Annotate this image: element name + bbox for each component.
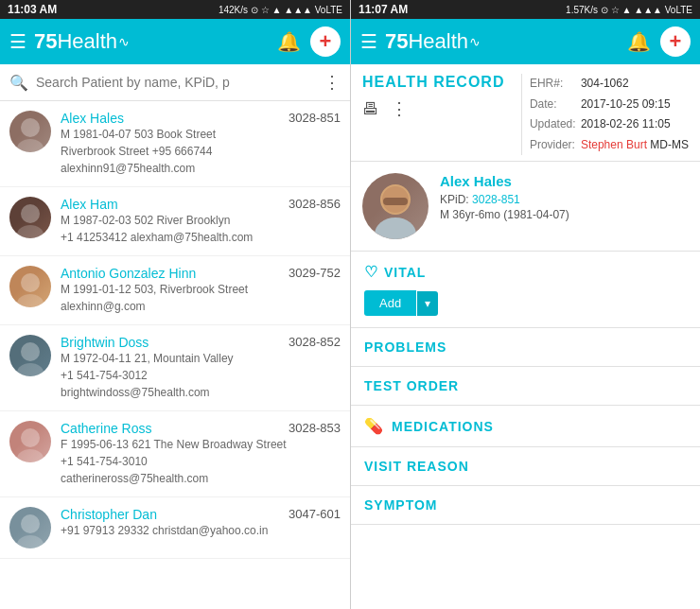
svg-point-9 (17, 449, 44, 462)
logo-pulse-1: ∿ (118, 34, 130, 49)
provider-value: Stephen Burt MD-MS (581, 135, 689, 156)
patient-name: Alex Ham (61, 197, 118, 212)
section-title: VISIT REASON (364, 459, 687, 474)
patient-item[interactable]: Brightwin Doss 3028-852 M 1972-04-11 21,… (0, 325, 350, 411)
patient-info: Brightwin Doss 3028-852 M 1972-04-11 21,… (61, 335, 341, 401)
menu-icon-1[interactable]: ☰ (9, 30, 26, 53)
patient-item[interactable]: Alex Hales 3028-851 M 1981-04-07 503 Boo… (0, 101, 350, 187)
patient-details: M 1981-04-07 503 Book Street Riverbrook … (61, 126, 341, 177)
kpid-value[interactable]: 3028-851 (472, 193, 520, 206)
date-value: 2017-10-25 09:15 (581, 95, 671, 115)
add-button-1[interactable]: + (310, 26, 341, 57)
search-icon: 🔍 (9, 74, 28, 92)
date-label: Date: (530, 95, 577, 115)
patient-avatar (9, 197, 51, 238)
patient-card-kpid: KPiD: 3028-851 (440, 193, 569, 206)
add-vital-button[interactable]: Add (364, 290, 416, 316)
svg-point-4 (21, 273, 40, 292)
app-header-2: ☰ 75 Health ∿ 🔔 + (351, 19, 700, 64)
section-label: VISIT REASON (364, 459, 469, 474)
updated-value: 2018-02-26 11:05 (581, 114, 671, 135)
patient-card: Alex Hales KPiD: 3028-851 M 36yr-6mo (19… (351, 162, 700, 252)
patient-avatar (9, 111, 51, 152)
bell-icon-1[interactable]: 🔔 (277, 30, 301, 53)
section-label: PROBLEMS (364, 339, 446, 355)
svg-point-3 (17, 225, 44, 238)
section-item-medications[interactable]: 💊 MEDICATIONS (351, 406, 700, 447)
section-label: SYMPTOM (364, 497, 438, 513)
ehr-value: 304-1062 (581, 74, 629, 95)
status-icons-2: 1.57K/s ⊙ ☆ ▲ ▲▲▲ VoLTE (566, 5, 692, 15)
search-input[interactable] (36, 75, 324, 90)
svg-point-13 (375, 218, 416, 239)
menu-icon-2[interactable]: ☰ (360, 30, 377, 53)
phone-1: 11:03 AM 142K/s ⊙ ☆ ▲ ▲▲▲ VoLTE ☰ 75 Hea… (0, 0, 350, 609)
patient-item[interactable]: Alex Ham 3028-856 M 1987-02-03 502 River… (0, 187, 350, 256)
hr-header: HEALTH RECORD 🖶 ⋮ EHR#: 304-1062 Date: 2… (351, 64, 700, 162)
patient-details: F 1995-06-13 621 The New Broadway Street… (61, 436, 341, 487)
add-button-2[interactable]: + (660, 26, 691, 57)
hr-more-icon[interactable]: ⋮ (391, 98, 408, 119)
svg-point-8 (21, 428, 40, 447)
status-bar-2: 11:07 AM 1.57K/s ⊙ ☆ ▲ ▲▲▲ VoLTE (351, 0, 700, 19)
section-item-test-order[interactable]: TEST ORDER (351, 367, 700, 406)
search-bar: 🔍 ⋮ (0, 64, 350, 101)
patient-id: 3029-752 (289, 266, 341, 281)
bell-icon-2[interactable]: 🔔 (627, 30, 651, 53)
patient-id: 3047-601 (289, 507, 341, 522)
provider-name: Stephen Burt (581, 138, 647, 151)
patient-list: Alex Hales 3028-851 M 1981-04-07 503 Boo… (0, 101, 350, 609)
patient-name: Christopher Dan (61, 507, 157, 522)
patient-item[interactable]: Christopher Dan 3047-601 +91 97913 29332… (0, 497, 350, 559)
add-vital-dropdown[interactable]: ▾ (416, 291, 438, 316)
logo-pulse-2: ∿ (469, 34, 481, 49)
add-icon-2: + (670, 31, 682, 52)
patient-item[interactable]: Antonio Gonzalez Hinn 3029-752 M 1991-01… (0, 256, 350, 325)
date-row: Date: 2017-10-25 09:15 (530, 95, 689, 115)
svg-point-10 (21, 514, 40, 533)
section-title: PROBLEMS (364, 339, 687, 355)
vital-section: ♡ VITAL Add ▾ (351, 252, 700, 328)
patient-name: Antonio Gonzalez Hinn (61, 266, 196, 281)
patient-id: 3028-851 (289, 111, 341, 126)
patient-item[interactable]: Catherine Ross 3028-853 F 1995-06-13 621… (0, 411, 350, 497)
vital-label: VITAL (384, 265, 426, 280)
patient-avatar (9, 335, 51, 376)
svg-point-5 (17, 294, 44, 307)
provider-suffix: MD-MS (650, 138, 689, 151)
vital-title: ♡ VITAL (364, 263, 687, 281)
patient-info: Alex Hales 3028-851 M 1981-04-07 503 Boo… (61, 111, 341, 177)
patient-info: Antonio Gonzalez Hinn 3029-752 M 1991-01… (61, 266, 341, 315)
status-icons-1: 142K/s ⊙ ☆ ▲ ▲▲▲ VoLTE (219, 5, 342, 15)
patient-card-name: Alex Hales (440, 173, 569, 189)
section-item-symptom[interactable]: SYMPTOM (351, 486, 700, 525)
avatar-svg (362, 173, 429, 239)
patient-details: +91 97913 29332 christdan@yahoo.co.in (61, 522, 341, 539)
search-more-icon[interactable]: ⋮ (324, 72, 341, 93)
provider-label: Provider: (530, 135, 577, 156)
section-title: SYMPTOM (364, 497, 687, 513)
svg-point-6 (21, 342, 40, 361)
section-item-visit-reason[interactable]: VISIT REASON (351, 447, 700, 486)
app-header-1: ☰ 75 Health ∿ 🔔 + (0, 19, 350, 64)
patient-details: M 1991-01-12 503, Riverbrook Street alex… (61, 281, 341, 315)
print-icon[interactable]: 🖶 (362, 99, 379, 119)
patient-details: M 1972-04-11 21, Mountain Valley +1 541-… (61, 350, 341, 401)
vital-icon: ♡ (364, 263, 378, 281)
svg-point-11 (17, 535, 44, 548)
patient-card-avatar (362, 173, 429, 239)
hr-icons: 🖶 ⋮ (362, 98, 514, 119)
logo-text-1: Health (57, 29, 117, 54)
ehr-row: EHR#: 304-1062 (530, 74, 689, 95)
section-label: TEST ORDER (364, 378, 459, 393)
patient-name: Catherine Ross (61, 421, 152, 436)
status-bar-1: 11:03 AM 142K/s ⊙ ☆ ▲ ▲▲▲ VoLTE (0, 0, 350, 19)
svg-point-0 (21, 118, 40, 137)
health-record: HEALTH RECORD 🖶 ⋮ EHR#: 304-1062 Date: 2… (351, 64, 700, 609)
patient-name: Brightwin Doss (61, 335, 149, 350)
add-icon-1: + (320, 31, 332, 52)
svg-point-2 (21, 204, 40, 223)
hr-meta: EHR#: 304-1062 Date: 2017-10-25 09:15 Up… (530, 74, 689, 155)
updated-row: Updated: 2018-02-26 11:05 (530, 114, 689, 135)
section-item-problems[interactable]: PROBLEMS (351, 328, 700, 367)
